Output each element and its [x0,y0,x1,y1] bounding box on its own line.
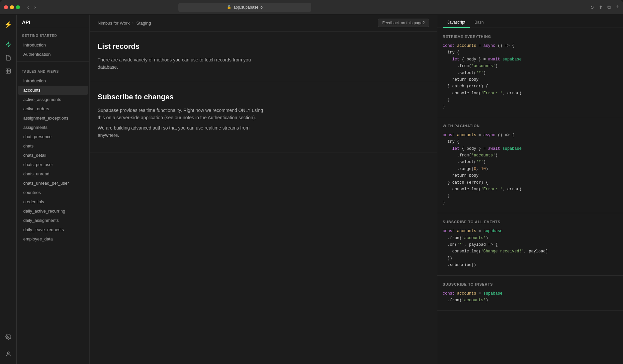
tab-bash[interactable]: Bash [470,18,488,28]
breadcrumb-project[interactable]: Nimbus for Work [98,21,130,26]
nav-icon-api[interactable] [2,39,14,50]
address-bar[interactable]: 🔒 app.supabase.io [178,3,311,12]
code-retrieve-everything: const accounts = async () => { try { let… [443,43,618,110]
subscribe-changes-desc1: Supabase provides realtime functionality… [98,107,264,122]
code-tabs: Javascript Bash [437,15,623,28]
sidebar-item-chats-detail[interactable]: chats_detail [18,151,88,160]
traffic-lights [4,5,20,9]
code-with-pagination: const accounts = async () => { try { let… [443,132,618,206]
list-records-section: List records There are a wide variety of… [90,32,437,82]
close-button[interactable] [4,5,8,9]
code-section-subscribe-all: SUBSCRIBE TO ALL EVENTS const accounts =… [437,213,623,275]
sidebar-item-daily-leave-requests[interactable]: daily_leave_requests [18,225,88,234]
lock-icon: 🔒 [227,5,231,9]
browser-chrome: ‹ › 🔒 app.supabase.io ↻ ⬆ ⧉ + [0,0,623,15]
browser-nav: ‹ › [25,3,38,12]
sidebar-item-chats[interactable]: chats [18,141,88,150]
fullscreen-button[interactable] [16,5,20,9]
code-label-subscribe-inserts: SUBSCRIBE TO INSERTS [443,282,618,286]
icon-rail: ⚡ [0,15,17,364]
getting-started-header: GETTING STARTED [17,29,89,40]
svg-point-5 [7,352,9,354]
share-button[interactable]: ⬆ [597,3,604,11]
sidebar-item-accounts[interactable]: accounts [18,86,88,95]
code-label-with-pagination: WITH PAGINATION [443,124,618,128]
new-tab-button[interactable]: + [615,3,619,11]
sidebar-item-chats-unread[interactable]: chats_unread [18,169,88,178]
nav-icon-user[interactable] [2,348,14,360]
feedback-button[interactable]: Feedback on this page? [378,19,429,27]
breadcrumb: Nimbus for Work › Staging Feedback on th… [90,15,437,32]
code-section-with-pagination: WITH PAGINATION const accounts = async (… [437,117,623,213]
main-content: Nimbus for Work › Staging Feedback on th… [90,15,623,364]
app-container: ⚡ API GETTING STARTED Introduction Authe… [0,15,623,364]
sidebar-item-countries[interactable]: countries [18,188,88,197]
sidebar-item-introduction-gs[interactable]: Introduction [18,41,88,49]
browser-actions: ↻ ⬆ ⧉ + [589,3,619,11]
list-records-desc: There are a wide variety of methods you … [98,56,264,71]
window-button[interactable]: ⧉ [606,3,612,11]
sidebar-item-daily-assignments[interactable]: daily_assignments [18,216,88,225]
sidebar-item-active-assignments[interactable]: active_assignments [18,95,88,104]
svg-rect-0 [6,69,11,73]
tables-views-header: TABLES AND VIEWS [17,64,89,76]
nav-icon-settings[interactable] [2,331,14,343]
brand-icon[interactable]: ⚡ [2,19,14,31]
sidebar-divider [17,61,89,62]
sidebar-item-introduction-tv[interactable]: Introduction [18,76,88,85]
subscribe-changes-title: Subscribe to changes [98,93,429,101]
sidebar-item-chats-per-user[interactable]: chats_per_user [18,160,88,169]
nav-icon-table[interactable] [2,65,14,77]
code-subscribe-inserts: const accounts = supabase .from('account… [443,290,618,304]
subscribe-changes-section: Subscribe to changes Supabase provides r… [90,82,437,153]
code-subscribe-all: const accounts = supabase .from('account… [443,228,618,268]
sidebar-item-chat-presence[interactable]: chat_presence [18,132,88,141]
sidebar-item-credentials[interactable]: credentials [18,197,88,206]
list-records-title: List records [98,42,429,51]
code-section-subscribe-inserts: SUBSCRIBE TO INSERTS const accounts = su… [437,276,623,311]
sidebar: API GETTING STARTED Introduction Authent… [17,15,90,364]
sidebar-item-chats-unread-per-user[interactable]: chats_unread_per_user [18,179,88,188]
code-label-retrieve-everything: RETRIEVE EVERYTHING [443,35,618,39]
sidebar-item-assignments[interactable]: assignments [18,123,88,132]
code-panel: Javascript Bash RETRIEVE EVERYTHING cons… [437,15,623,364]
svg-point-4 [7,336,9,338]
doc-area: Nimbus for Work › Staging Feedback on th… [90,15,437,364]
code-section-retrieve-everything: RETRIEVE EVERYTHING const accounts = asy… [437,28,623,117]
sidebar-item-employee-data[interactable]: employee_data [18,234,88,243]
subscribe-changes-desc2: We are building advanced auth so that yo… [98,124,264,139]
minimize-button[interactable] [10,5,14,9]
code-label-subscribe-all: SUBSCRIBE TO ALL EVENTS [443,220,618,224]
back-button[interactable]: ‹ [25,3,31,12]
forward-button[interactable]: › [32,3,38,12]
sidebar-title: API [22,19,30,25]
breadcrumb-env[interactable]: Staging [136,21,151,26]
reload-button[interactable]: ↻ [589,3,595,11]
sidebar-item-assignment-exceptions[interactable]: assignment_exceptions [18,114,88,123]
breadcrumb-chevron-icon: › [133,21,134,25]
url-text: app.supabase.io [233,5,263,10]
sidebar-item-daily-active-recurring[interactable]: daily_active_recurring [18,207,88,216]
nav-icon-docs[interactable] [2,52,14,64]
sidebar-item-authentication-gs[interactable]: Authentication [18,50,88,59]
sidebar-item-active-orders[interactable]: active_orders [18,104,88,113]
tab-javascript[interactable]: Javascript [443,18,470,28]
